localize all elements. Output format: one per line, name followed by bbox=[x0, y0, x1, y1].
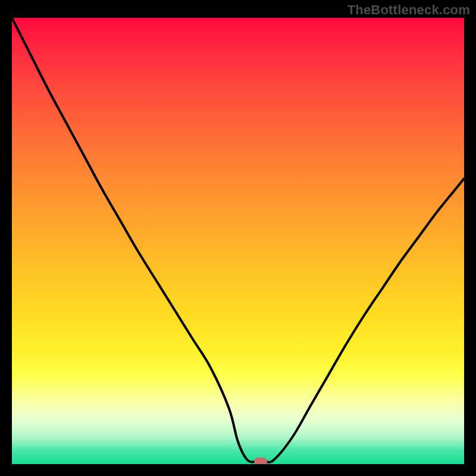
plot-area bbox=[12, 18, 464, 464]
bottleneck-curve bbox=[12, 18, 464, 464]
chart-frame: TheBottleneck.com bbox=[0, 0, 476, 476]
optimal-marker bbox=[254, 458, 267, 464]
attribution-label: TheBottleneck.com bbox=[347, 2, 470, 18]
